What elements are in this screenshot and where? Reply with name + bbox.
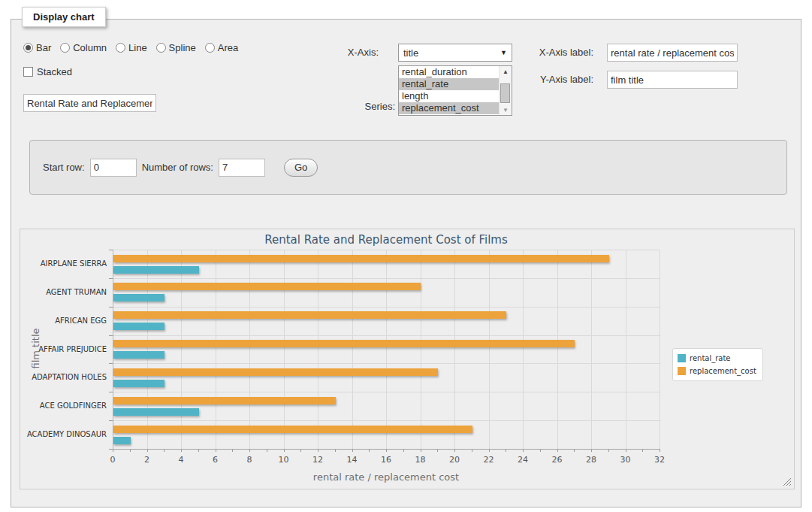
radio-icon: [156, 43, 166, 53]
number-of-rows-input[interactable]: [219, 159, 265, 177]
x-axis-line: [113, 449, 660, 450]
scrollbar-thumb[interactable]: [500, 83, 510, 103]
chart: Rental Rate and Replacement Cost of Film…: [20, 229, 795, 489]
y-axis-line: [113, 250, 113, 449]
x-axis-label-input[interactable]: [607, 44, 738, 62]
x-axis-select-label: X-Axis:: [318, 47, 379, 58]
chevron-down-icon: ▼: [500, 49, 507, 56]
x-gridline: [421, 250, 421, 449]
x-gridline: [181, 250, 182, 449]
x-axis-tick-label: 26: [546, 455, 569, 465]
number-of-rows-label: Number of rows:: [142, 162, 213, 173]
series-options: rental_duration rental_rate length repla…: [399, 66, 499, 115]
bar-rental_rate[interactable]: [113, 380, 165, 387]
y-gridline: [113, 363, 660, 364]
series-listbox: rental_duration rental_rate length repla…: [398, 65, 512, 116]
series-option-rental-duration[interactable]: rental_duration: [399, 66, 499, 78]
x-gridline: [147, 250, 148, 449]
x-axis-tick-label: 6: [204, 455, 227, 465]
bar-rental_rate[interactable]: [113, 294, 165, 301]
chart-type-line[interactable]: Line: [116, 42, 147, 53]
chart-title: Rental Rate and Replacement Cost of Film…: [198, 233, 574, 247]
series-option-replacement-cost[interactable]: replacement_cost: [399, 102, 499, 114]
listbox-scrollbar[interactable]: ▲ ▼: [499, 66, 512, 115]
chart-title-input[interactable]: [23, 94, 156, 112]
bar-replacement_cost[interactable]: [113, 311, 506, 319]
x-axis-selected-value: title: [403, 47, 418, 59]
series-option-length[interactable]: length: [399, 90, 499, 102]
legend-item-rental_rate[interactable]: rental_rate: [678, 352, 756, 365]
x-gridline: [454, 250, 455, 449]
y-gridline: [113, 278, 660, 279]
bar-rental_rate[interactable]: [113, 351, 165, 359]
bar-replacement_cost[interactable]: [113, 426, 472, 433]
radio-icon: [205, 43, 215, 53]
y-gridline: [113, 420, 660, 421]
row-controls-panel: Start row: Number of rows: Go: [29, 140, 787, 195]
radio-icon: [116, 43, 125, 53]
x-axis-tick-label: 0: [101, 455, 124, 465]
start-row-input[interactable]: [90, 159, 137, 177]
chart-type-bar[interactable]: Bar: [23, 42, 51, 53]
scroll-up-icon[interactable]: ▲: [500, 66, 512, 77]
y-gridline: [113, 307, 660, 308]
x-axis-tick-label: 20: [443, 455, 466, 465]
start-row-label: Start row:: [43, 162, 85, 173]
x-gridline: [386, 250, 387, 449]
chart-type-spline-label: Spline: [169, 42, 196, 53]
x-axis-tick: [660, 449, 660, 452]
bar-rental_rate[interactable]: [113, 266, 199, 274]
x-gridline: [489, 250, 490, 449]
x-axis-tick-label: 22: [478, 455, 500, 465]
chart-type-line-label: Line: [128, 42, 147, 53]
y-gridline: [113, 392, 660, 392]
x-axis-label-label: X-Axis label:: [533, 47, 593, 58]
stacked-checkbox[interactable]: Stacked: [23, 66, 72, 77]
bar-replacement_cost[interactable]: [113, 340, 575, 347]
x-axis-tick-label: 30: [614, 455, 637, 465]
bar-rental_rate[interactable]: [113, 323, 165, 330]
legend-label: replacement_cost: [690, 367, 756, 375]
legend-swatch: [678, 354, 686, 362]
x-axis-tick-label: 10: [273, 455, 295, 465]
radio-selected-icon: [23, 43, 33, 53]
legend-label: rental_rate: [690, 354, 731, 362]
bar-rental_rate[interactable]: [113, 408, 199, 416]
bar-replacement_cost[interactable]: [113, 283, 421, 290]
x-axis-tick-label: 24: [512, 455, 534, 465]
y-axis-label-label: Y-Axis label:: [533, 74, 593, 85]
x-axis-tick-label: 16: [375, 455, 397, 465]
legend-swatch: [678, 367, 686, 375]
chart-type-column-label: Column: [73, 42, 107, 53]
chart-type-area[interactable]: Area: [205, 42, 238, 53]
x-axis-tick-label: 18: [409, 455, 432, 465]
chart-type-column[interactable]: Column: [60, 42, 107, 53]
x-gridline: [591, 250, 592, 449]
scroll-down-icon[interactable]: ▼: [500, 105, 512, 115]
x-axis-select[interactable]: title ▼: [398, 44, 512, 62]
x-gridline: [352, 250, 353, 449]
x-axis-tick-label: 14: [341, 455, 364, 465]
bar-replacement_cost[interactable]: [113, 397, 336, 404]
x-gridline: [249, 250, 250, 449]
resize-grip-icon[interactable]: [783, 477, 792, 486]
x-axis-tick-label: 4: [170, 455, 192, 465]
bar-rental_rate[interactable]: [113, 437, 131, 444]
x-axis-tick-label: 32: [648, 455, 671, 465]
series-option-rental-rate[interactable]: rental_rate: [399, 78, 499, 90]
go-button[interactable]: Go: [284, 159, 318, 177]
chart-type-group: Bar Column Line Spline Area: [23, 42, 244, 53]
checkbox-icon: [23, 67, 33, 77]
bar-replacement_cost[interactable]: [113, 255, 609, 262]
y-axis-label-input[interactable]: [607, 71, 738, 89]
legend-item-replacement_cost[interactable]: replacement_cost: [678, 365, 756, 377]
x-gridline: [216, 250, 216, 449]
x-gridline: [523, 250, 524, 449]
x-gridline: [660, 250, 660, 449]
x-axis-title: rental rate / replacement cost: [113, 471, 660, 483]
x-gridline: [626, 250, 626, 449]
stacked-label: Stacked: [37, 66, 72, 77]
chart-type-spline[interactable]: Spline: [156, 42, 196, 53]
bar-replacement_cost[interactable]: [113, 368, 438, 376]
x-axis-tick-label: 28: [580, 455, 602, 465]
